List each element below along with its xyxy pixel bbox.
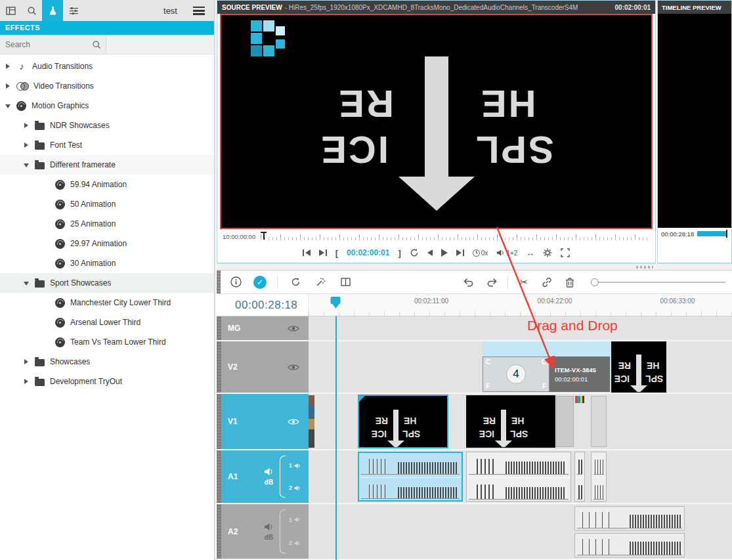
track-header-v1[interactable]: V1 [217, 394, 309, 449]
undo-button[interactable] [462, 275, 476, 290]
effects-tool-button[interactable] [42, 0, 63, 21]
audio-clip[interactable] [591, 452, 607, 502]
chevron-right-icon[interactable] [24, 358, 30, 365]
splitter-handle-icon[interactable] [636, 266, 653, 269]
track-visibility-toggle[interactable] [288, 364, 299, 371]
track-lane-a1[interactable] [309, 450, 732, 503]
timeline-preview-viewer[interactable] [658, 14, 731, 228]
next-frame-button[interactable] [456, 249, 464, 256]
drag-handle-icon[interactable] [217, 341, 221, 393]
source-ruler[interactable]: 10:00:00:00 [217, 231, 655, 242]
audio-clip[interactable] [466, 452, 571, 502]
fit-width-button[interactable]: ↔ [526, 249, 534, 257]
drag-handle-icon[interactable] [217, 504, 221, 559]
track-header-a1[interactable]: A1 dB 1 2 [217, 450, 309, 503]
chevron-right-icon[interactable] [24, 122, 30, 129]
magic-wand-button[interactable] [313, 275, 328, 290]
timeline-preview-progress-bar[interactable] [697, 231, 726, 236]
previous-frame-button[interactable] [427, 249, 433, 256]
video-clip[interactable] [309, 395, 314, 448]
horizontal-splitter[interactable] [217, 263, 732, 270]
drag-ghost[interactable]: C C F F 4 ITEM-VX-3845 00:02:00:01 [483, 356, 610, 392]
tree-item-2997-animation[interactable]: 29.97 Animation [0, 234, 214, 253]
layout-panel-button[interactable] [0, 0, 21, 21]
chevron-down-icon[interactable] [24, 162, 30, 168]
playhead-handle[interactable] [331, 297, 341, 309]
search-tool-button[interactable] [21, 0, 42, 21]
source-playhead-marker[interactable] [261, 232, 267, 240]
video-clip[interactable]: SPLICE HERE [466, 395, 555, 448]
track-lane-mg[interactable] [309, 316, 732, 340]
track-header-v2[interactable]: V2 [217, 341, 309, 393]
tree-item-sport-showcases[interactable]: Sport Showcases [0, 273, 214, 293]
chevron-right-icon[interactable] [5, 63, 11, 70]
mark-out-button[interactable]: ] [398, 248, 400, 258]
split-view-button[interactable] [338, 275, 353, 290]
video-clip[interactable] [591, 396, 607, 447]
search-icon[interactable] [92, 40, 101, 49]
track-visibility-toggle[interactable] [288, 418, 299, 425]
channel-2-toggle[interactable]: 2 [289, 485, 301, 491]
chevron-down-icon[interactable] [24, 280, 30, 286]
info-button[interactable] [228, 275, 243, 290]
settings-button[interactable] [543, 248, 552, 257]
validate-button[interactable]: ✓ [253, 276, 267, 289]
tree-item-50-animation[interactable]: 50 Animation [0, 194, 214, 214]
channel-1-toggle[interactable]: 1 [289, 517, 301, 523]
tree-item-team-vs-team-lower-third[interactable]: Team Vs Team Lower Third [0, 332, 214, 352]
tree-item-5994-animation[interactable]: 59.94 Animation [0, 175, 214, 194]
audio-monitor-button[interactable]: 1+2 [496, 249, 517, 257]
chevron-down-icon[interactable] [5, 102, 11, 109]
drag-handle-icon[interactable] [217, 394, 221, 449]
tree-item-30-animation[interactable]: 30 Animation [0, 253, 214, 273]
video-clip[interactable]: SPLICE HERE [611, 341, 666, 393]
audio-clip[interactable] [574, 533, 685, 557]
loop-button[interactable] [410, 248, 419, 257]
tree-item-video-transitions[interactable]: Video Transitions [0, 76, 214, 96]
refresh-button[interactable] [288, 275, 303, 290]
audio-clip[interactable] [574, 506, 685, 530]
speaker-icon[interactable] [264, 467, 274, 476]
track-lane-v1[interactable]: SPLICE HERE SPLICE HERE [309, 394, 732, 449]
speaker-icon[interactable] [264, 523, 274, 531]
track-lane-v2[interactable]: SPLICE HERE C C F F 4 [309, 341, 732, 393]
tree-item-arsenal-lower-third[interactable]: Arsenal Lower Third [0, 312, 214, 332]
track-visibility-toggle[interactable] [288, 325, 299, 332]
tree-item-development-tryout[interactable]: Development TryOut [0, 372, 214, 391]
source-ruler-ticks[interactable] [261, 232, 650, 240]
redo-button[interactable] [484, 275, 499, 290]
track-lane-a2[interactable] [309, 504, 732, 559]
razor-button[interactable]: ✂ [517, 275, 531, 290]
tree-item-font-test[interactable]: Font Test [0, 135, 214, 155]
timeline-ruler[interactable]: 00:02:11:00 00:04:22:00 00:06:33:00 [309, 294, 732, 316]
db-label[interactable]: dB [265, 534, 273, 541]
adjust-sliders-button[interactable] [63, 0, 84, 21]
search-input[interactable] [0, 40, 92, 49]
drag-handle-icon[interactable] [217, 316, 221, 340]
track-header-a2[interactable]: A2 dB 1 2 [217, 504, 309, 559]
tree-item-showcases[interactable]: Showcases [0, 352, 214, 372]
timeline-zoom-slider[interactable] [591, 278, 725, 287]
tree-item-different-framerate[interactable]: Different framerate [0, 155, 214, 175]
source-video-viewer[interactable]: SPLICE HERE [220, 14, 653, 229]
db-label[interactable]: dB [265, 479, 273, 486]
video-clip-selected[interactable]: SPLICE HERE [358, 395, 448, 448]
tree-item-audio-transitions[interactable]: ♪Audio Transitions [0, 56, 214, 76]
chevron-right-icon[interactable] [24, 378, 30, 385]
track-header-mg[interactable]: MG [217, 316, 309, 340]
goto-in-button[interactable] [303, 249, 311, 256]
slider-knob[interactable] [591, 278, 599, 286]
playback-speed-button[interactable]: 0x [473, 249, 488, 257]
tree-item-motion-graphics[interactable]: Motion Graphics [0, 96, 214, 116]
audio-clip[interactable] [574, 452, 585, 502]
channel-2-toggle[interactable]: 2 [289, 540, 301, 546]
audio-clip-selected[interactable] [358, 452, 463, 502]
delete-button[interactable] [563, 275, 577, 290]
fullscreen-button[interactable] [561, 248, 570, 257]
mark-in-button[interactable]: [ [335, 248, 338, 258]
channel-1-toggle[interactable]: 1 [289, 462, 301, 469]
tree-item-25-animation[interactable]: 25 Animation [0, 214, 214, 234]
menu-button[interactable] [190, 7, 207, 15]
link-clips-button[interactable] [540, 275, 554, 290]
drag-handle-icon[interactable] [217, 450, 221, 503]
